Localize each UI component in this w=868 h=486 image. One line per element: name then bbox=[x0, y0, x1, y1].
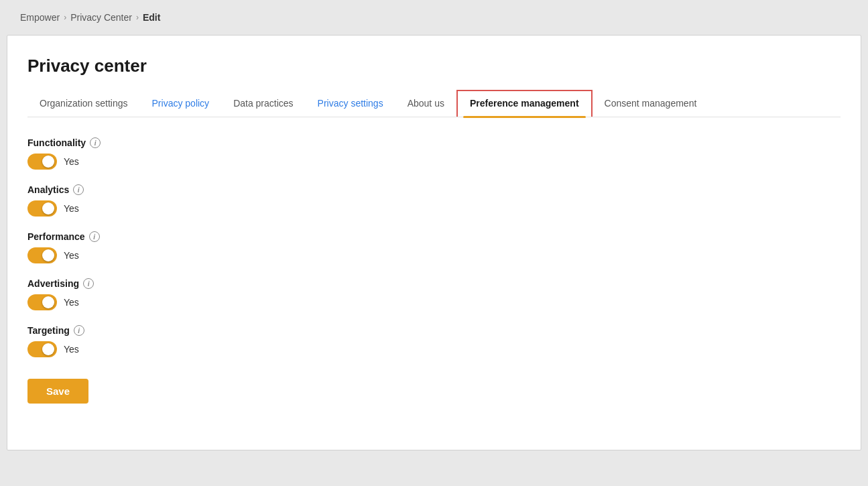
tab-privacy-settings[interactable]: Privacy settings bbox=[306, 91, 395, 115]
performance-toggle-label: Yes bbox=[64, 250, 79, 261]
breadcrumb-privacy-center[interactable]: Privacy Center bbox=[70, 12, 132, 23]
functionality-toggle[interactable] bbox=[27, 154, 57, 170]
tab-about-us[interactable]: About us bbox=[395, 91, 456, 115]
targeting-info-icon[interactable]: i bbox=[74, 325, 84, 336]
breadcrumb-sep-1: › bbox=[64, 13, 66, 22]
tab-org-settings[interactable]: Organization settings bbox=[27, 91, 140, 115]
pref-advertising-label: Advertising bbox=[27, 278, 79, 289]
advertising-toggle[interactable] bbox=[27, 294, 57, 310]
analytics-toggle[interactable] bbox=[27, 200, 57, 217]
pref-performance-label: Performance bbox=[27, 231, 85, 242]
tab-privacy-policy[interactable]: Privacy policy bbox=[140, 91, 222, 115]
advertising-toggle-label: Yes bbox=[64, 297, 79, 308]
advertising-info-icon[interactable]: i bbox=[83, 278, 94, 289]
main-content: Privacy center Organization settings Pri… bbox=[7, 35, 861, 450]
performance-toggle[interactable] bbox=[27, 247, 57, 263]
breadcrumb-sep-2: › bbox=[136, 13, 139, 22]
tab-preference-management[interactable]: Preference management bbox=[456, 90, 593, 117]
tab-data-practices[interactable]: Data practices bbox=[221, 91, 305, 115]
preferences-list: Functionality i Yes Analytics i bbox=[27, 137, 841, 357]
tab-consent-management[interactable]: Consent management bbox=[593, 91, 709, 115]
functionality-toggle-label: Yes bbox=[64, 156, 79, 167]
pref-targeting: Targeting i Yes bbox=[27, 325, 841, 357]
breadcrumb-empower[interactable]: Empower bbox=[20, 12, 60, 23]
breadcrumb: Empower › Privacy Center › Edit bbox=[0, 0, 868, 35]
analytics-info-icon[interactable]: i bbox=[73, 184, 84, 195]
page-title: Privacy center bbox=[27, 56, 841, 76]
functionality-info-icon[interactable]: i bbox=[90, 137, 101, 148]
save-button[interactable]: Save bbox=[27, 379, 88, 404]
breadcrumb-current: Edit bbox=[143, 12, 160, 23]
pref-functionality: Functionality i Yes bbox=[27, 137, 841, 170]
targeting-toggle[interactable] bbox=[27, 341, 57, 357]
pref-targeting-label: Targeting bbox=[27, 325, 70, 336]
tabs-nav: Organization settings Privacy policy Dat… bbox=[27, 90, 841, 117]
pref-analytics-label: Analytics bbox=[27, 184, 69, 195]
performance-info-icon[interactable]: i bbox=[89, 231, 100, 242]
targeting-toggle-label: Yes bbox=[64, 344, 79, 355]
pref-analytics: Analytics i Yes bbox=[27, 184, 841, 217]
analytics-toggle-label: Yes bbox=[64, 203, 79, 214]
pref-advertising: Advertising i Yes bbox=[27, 278, 841, 310]
pref-performance: Performance i Yes bbox=[27, 231, 841, 263]
pref-functionality-label: Functionality bbox=[27, 137, 86, 148]
